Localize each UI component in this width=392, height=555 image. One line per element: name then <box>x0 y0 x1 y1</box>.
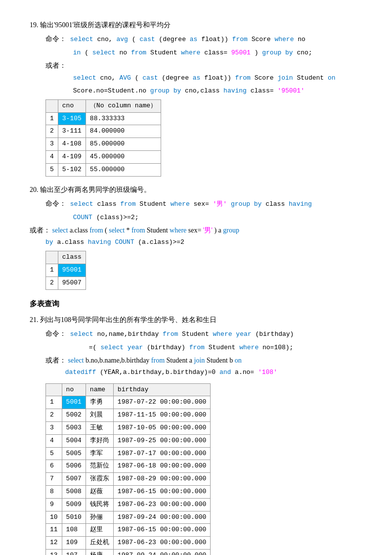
table-row: 1 95001 <box>46 264 86 277</box>
kw-in: in <box>73 49 81 56</box>
cell-birthday: 1987-11-15 00:00:00.000 <box>113 409 210 422</box>
fn-cast: cast <box>139 36 155 43</box>
kw-where: where <box>274 36 294 43</box>
code-text: a.no= <box>235 369 254 376</box>
section-20-or-2: by a.class having COUNT (a.class)>=2 <box>45 237 362 248</box>
code-text: no <box>119 49 131 56</box>
fn-count: COUNT <box>73 214 92 221</box>
kw-by: by <box>45 238 53 246</box>
code-text: (class)>=2; <box>96 214 139 221</box>
table-row: 11 108 赵里 1987-06-15 00:00:00.000 <box>46 524 211 537</box>
code-text: Student <box>139 200 170 208</box>
code-text: Score.no=Student.no <box>73 87 150 94</box>
table-row: 3 4-108 85.000000 <box>46 138 161 151</box>
cell-birthday: 1987-10-05 00:00:00.000 <box>113 421 210 434</box>
cell-birthday: 1987-06-15 00:00:00.000 <box>113 485 210 498</box>
cell-cno: 3-111 <box>58 125 86 138</box>
cell-no: 5001 <box>62 396 86 409</box>
cell-name: 杨康 <box>86 549 113 555</box>
or-label-21: 或者： select b.no,b.name,b.birthday from S… <box>45 355 362 366</box>
kw-join: join <box>194 357 205 364</box>
code-text: sex= <box>188 227 202 234</box>
table-row: 2 5002 刘晨 1987-11-15 00:00:00.000 <box>46 409 211 422</box>
cell-name: 刘晨 <box>86 409 113 422</box>
col-rownum <box>46 251 58 264</box>
section-21: 21. 列出与108号同学同年出生的所有学生的学号、姓名和生日 命令： sele… <box>30 315 362 555</box>
row-num: 3 <box>46 421 62 434</box>
cell-birthday: 1987-06-18 00:00:00.000 <box>113 460 210 473</box>
code-text: no=108); <box>262 344 293 351</box>
kw-on: on <box>235 357 242 364</box>
cell-birthday: 1987-06-23 00:00:00.000 <box>113 498 210 511</box>
command-label: 命令： <box>45 35 66 43</box>
kw-where2: where <box>239 344 259 351</box>
cell-val: 84.000000 <box>86 125 161 138</box>
section-19-title: 19. 输出'95001'班级所选课程的课程号和平均分 <box>30 20 362 31</box>
kw-where: where <box>213 330 232 338</box>
col-birthday: birthday <box>113 383 210 396</box>
kw-and: and <box>219 369 231 376</box>
kw-from: from <box>120 200 135 208</box>
table-row: 4 4-109 45.000000 <box>46 151 161 164</box>
row-num: 8 <box>46 485 62 498</box>
kw-having2: having <box>88 238 111 246</box>
row-num: 4 <box>46 151 58 164</box>
kw-from2: from <box>89 227 103 234</box>
kw-select: select <box>70 330 93 338</box>
table-row: 13 107 杨康 1987-09-24 00:00:00.000 <box>46 549 211 555</box>
section-21-text: 列出与108号同学同年出生的所有学生的学号、姓名和生日 <box>40 316 217 324</box>
fn-count2: COUNT <box>115 238 134 246</box>
cell-no: 5003 <box>62 421 86 434</box>
cell-no: 5006 <box>62 460 86 473</box>
code-text: cno; <box>297 49 312 56</box>
code-text: no <box>298 36 305 43</box>
col-rownum <box>46 99 58 112</box>
or-text-20: 或者： select a.class from ( select * from … <box>30 225 362 236</box>
section-19-text: 输出'95001'班级所选课程的课程号和平均分 <box>40 21 171 29</box>
code-text: class= <box>251 87 274 94</box>
table-row: 3 5003 王敏 1987-10-05 00:00:00.000 <box>46 421 211 434</box>
row-num: 12 <box>46 537 62 550</box>
kw-select2: select <box>92 49 116 56</box>
row-num: 1 <box>46 264 58 277</box>
or-label-19: 或者： <box>45 60 362 71</box>
cell-name: 李军 <box>86 447 113 460</box>
code-text: Score <box>255 74 278 82</box>
cell-no: 5010 <box>62 511 86 524</box>
cell-no: 109 <box>62 537 86 550</box>
code-text: ( <box>85 49 88 56</box>
kw-select: select <box>70 200 93 208</box>
col-rownum <box>46 383 62 396</box>
cell-name: 孙俪 <box>86 511 113 524</box>
cell-cno: 4-109 <box>58 151 86 164</box>
code-text: cno, <box>97 36 112 43</box>
cell-no: 108 <box>62 524 86 537</box>
kw-select2: select <box>52 227 68 234</box>
section-21-command-2: =( select year (birthday) from Student w… <box>45 342 362 353</box>
cell-name: 赵薇 <box>86 485 113 498</box>
cell-no: 5009 <box>62 498 86 511</box>
cell-val: 45.000000 <box>86 151 161 164</box>
section-19-command: 命令： select cno, avg ( cast (degree as fl… <box>45 34 362 46</box>
row-num: 6 <box>46 460 62 473</box>
table-row: 8 5008 赵薇 1987-06-15 00:00:00.000 <box>46 485 211 498</box>
code-text: Score <box>252 36 275 43</box>
cell-birthday: 1987-09-25 00:00:00.000 <box>113 434 210 447</box>
cell-no: 5002 <box>62 409 86 422</box>
code-text: * <box>127 227 132 234</box>
cell-name: 钱民将 <box>86 498 113 511</box>
cell-no: 107 <box>62 549 86 555</box>
section-19-or-2: Score.no=Student.no group by cno,class h… <box>45 86 362 96</box>
col-name: name <box>86 383 113 396</box>
code-text: float)) <box>201 36 232 43</box>
kw-where2: where <box>181 49 200 56</box>
cell-cno: 4-108 <box>58 138 86 151</box>
table-row: 1 5001 李勇 1987-07-22 00:00:00.000 <box>46 396 211 409</box>
table-row: 1 3-105 88.333333 <box>46 112 161 125</box>
code-text: class <box>265 200 289 208</box>
cell-class: 95007 <box>58 277 86 290</box>
code-text: =( <box>89 344 97 351</box>
kw-select: select <box>70 36 93 43</box>
table-row: 9 5009 钱民将 1987-06-23 00:00:00.000 <box>46 498 211 511</box>
col-class: class <box>58 251 86 264</box>
